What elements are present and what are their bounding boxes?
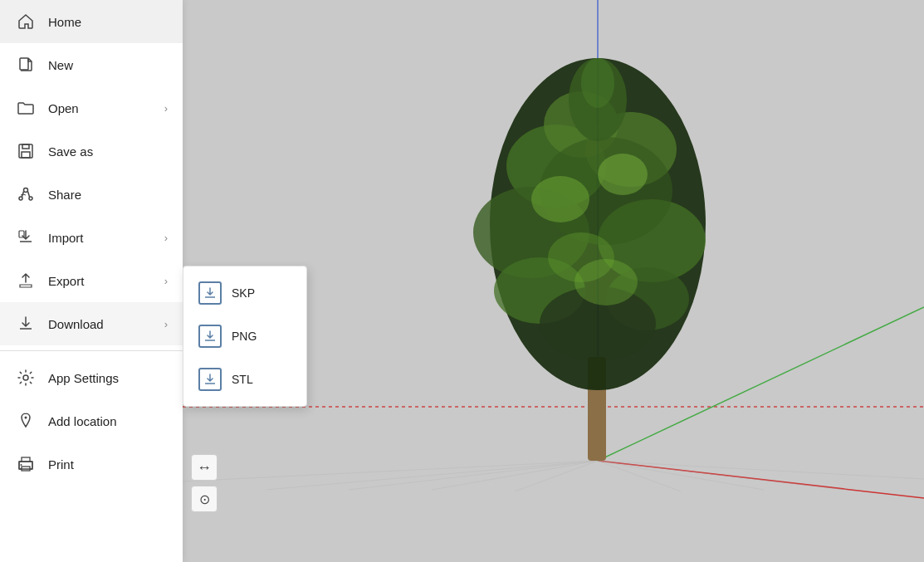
save-icon: [15, 140, 37, 162]
sidebar-item-add-location[interactable]: Add location: [0, 399, 183, 442]
png-download-icon: [198, 325, 222, 348]
folder-icon: [15, 97, 37, 119]
svg-rect-2: [22, 144, 29, 149]
sidebar-item-add-location-label: Add location: [48, 414, 117, 428]
svg-rect-3: [22, 152, 30, 158]
sidebar-item-share-label: Share: [48, 188, 81, 202]
submenu-item-skp[interactable]: SKP: [183, 271, 306, 315]
sidebar-item-print-label: Print: [48, 457, 74, 472]
print-icon: [15, 453, 37, 475]
sidebar: Home New Open › Sav: [0, 0, 183, 562]
sidebar-item-download[interactable]: Download ›: [0, 302, 183, 345]
gear-icon: [15, 367, 37, 389]
sidebar-item-home-label: Home: [48, 15, 81, 29]
sidebar-item-open[interactable]: Open ›: [0, 86, 183, 130]
svg-point-44: [581, 58, 614, 108]
download-icon: [15, 313, 37, 335]
sidebar-item-save-as-label: Save as: [48, 144, 93, 159]
sidebar-divider: [0, 350, 183, 351]
sidebar-item-save-as[interactable]: Save as: [0, 130, 183, 173]
home-icon: [15, 11, 37, 32]
svg-point-13: [21, 464, 22, 466]
submenu-png-label: PNG: [232, 330, 257, 343]
export-icon: [15, 270, 37, 291]
svg-point-8: [23, 375, 28, 380]
chevron-right-icon: ›: [164, 102, 168, 115]
sidebar-item-download-label: Download: [48, 317, 104, 331]
sidebar-item-app-settings-label: App Settings: [48, 371, 119, 385]
svg-point-5: [19, 197, 22, 200]
sidebar-item-export[interactable]: Export ›: [0, 259, 183, 302]
svg-point-42: [574, 259, 638, 305]
chevron-right-icon: ›: [164, 318, 168, 330]
chevron-right-icon: ›: [164, 275, 168, 287]
toolbar-target-button[interactable]: ⊙: [191, 486, 218, 512]
sidebar-item-home[interactable]: Home: [0, 0, 183, 43]
import-icon: [15, 227, 37, 248]
submenu-item-png[interactable]: PNG: [183, 315, 306, 358]
svg-point-39: [531, 176, 589, 222]
sidebar-item-new-label: New: [48, 58, 73, 72]
new-file-icon: [15, 54, 37, 76]
submenu-skp-label: SKP: [232, 286, 255, 300]
share-icon: [15, 183, 37, 205]
stl-download-icon: [198, 368, 222, 391]
sidebar-item-share[interactable]: Share: [0, 173, 183, 216]
download-submenu: SKP PNG STL: [183, 266, 307, 407]
svg-point-6: [29, 197, 32, 200]
sidebar-item-export-label: Export: [48, 274, 84, 288]
toolbar-bottom: ↔ ⊙: [191, 454, 218, 512]
sidebar-item-import[interactable]: Import ›: [0, 216, 183, 259]
toolbar-orbit-button[interactable]: ↔: [191, 454, 218, 481]
svg-rect-10: [22, 457, 30, 462]
sidebar-item-app-settings[interactable]: App Settings: [0, 356, 183, 399]
svg-point-4: [24, 188, 28, 193]
svg-rect-0: [20, 58, 28, 70]
submenu-stl-label: STL: [232, 373, 253, 386]
submenu-item-stl[interactable]: STL: [183, 358, 306, 401]
sidebar-item-import-label: Import: [48, 231, 84, 245]
svg-point-40: [598, 154, 648, 195]
svg-point-9: [25, 417, 27, 419]
skp-download-icon: [198, 281, 222, 305]
sidebar-item-open-label: Open: [48, 101, 79, 115]
chevron-right-icon: ›: [164, 232, 168, 244]
location-icon: [15, 410, 37, 432]
sidebar-item-new[interactable]: New: [0, 43, 183, 86]
sidebar-item-print[interactable]: Print: [0, 442, 183, 486]
